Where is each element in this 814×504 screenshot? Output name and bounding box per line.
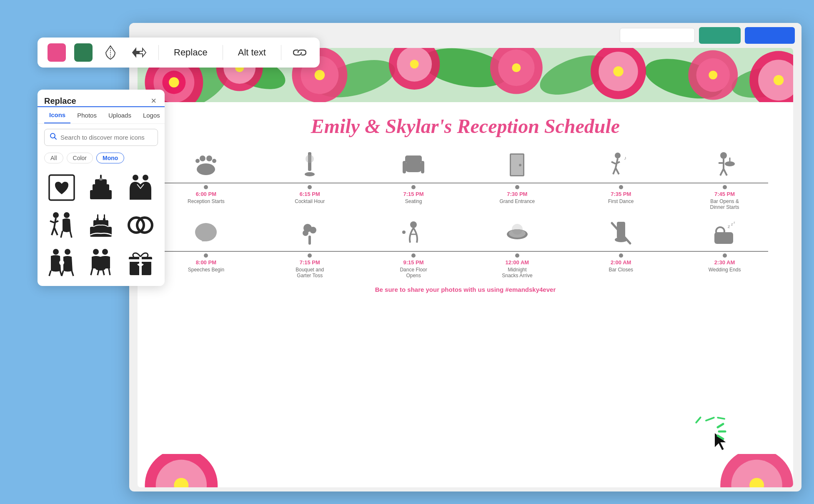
svg-point-119 bbox=[59, 260, 64, 265]
tab-logos[interactable]: Logos bbox=[138, 107, 165, 123]
replace-button[interactable]: Replace bbox=[167, 45, 214, 60]
svg-rect-44 bbox=[405, 155, 422, 163]
timeline-time: 7:45 PM bbox=[714, 191, 735, 197]
svg-point-32 bbox=[774, 75, 784, 85]
svg-line-134 bbox=[718, 424, 723, 427]
svg-line-121 bbox=[72, 271, 73, 276]
timeline-dot bbox=[515, 253, 519, 258]
svg-point-29 bbox=[512, 63, 521, 72]
icon-rings[interactable] bbox=[121, 207, 160, 243]
timeline-time: 7:35 PM bbox=[611, 191, 631, 197]
dance-icon: ♪ bbox=[606, 150, 636, 179]
filter-all-button[interactable]: All bbox=[44, 153, 63, 163]
icon-couple-3[interactable] bbox=[82, 244, 120, 281]
svg-point-68 bbox=[410, 221, 417, 228]
timeline-dot bbox=[411, 253, 416, 258]
svg-text:z: z bbox=[731, 222, 733, 226]
svg-point-37 bbox=[197, 163, 215, 175]
svg-line-53 bbox=[616, 168, 619, 174]
timeline-item: 7:45 PM Bar Opens &Dinner Starts bbox=[698, 150, 752, 210]
color-swatch-pink[interactable] bbox=[48, 43, 66, 62]
filter-color-button[interactable]: Color bbox=[67, 153, 93, 163]
timeline-time: 12:00 AM bbox=[506, 259, 529, 266]
svg-point-62 bbox=[195, 223, 217, 241]
svg-line-120 bbox=[62, 271, 63, 276]
timeline-label: Wedding Ends bbox=[709, 267, 741, 273]
cocktail-icon bbox=[295, 150, 324, 179]
dancefloor-icon bbox=[399, 218, 428, 248]
svg-text:z: z bbox=[728, 224, 730, 229]
svg-point-25 bbox=[169, 77, 179, 87]
search-input-wrap bbox=[44, 129, 158, 146]
timeline-time: 7:15 PM bbox=[300, 259, 320, 266]
floating-toolbar: Replace Alt text bbox=[38, 38, 320, 68]
svg-point-66 bbox=[303, 230, 308, 236]
tab-photos[interactable]: Photos bbox=[72, 107, 102, 123]
svg-line-100 bbox=[50, 221, 54, 223]
bottom-flowers bbox=[138, 454, 793, 487]
icon-couple-2[interactable] bbox=[43, 244, 81, 281]
timeline-item: 7:15 PM Bouquet andGarter Toss bbox=[283, 218, 337, 278]
timeline-item: 6:00 PM Reception Starts bbox=[179, 150, 233, 204]
tab-uploads[interactable]: Uploads bbox=[103, 107, 136, 123]
timeline-item: 7:15 PM Seating bbox=[386, 150, 441, 204]
flip-icon-button[interactable] bbox=[128, 45, 150, 60]
timeline-dot bbox=[411, 185, 416, 189]
timeline-item: ♪ 7:35 PM First Dance bbox=[594, 150, 648, 204]
svg-rect-41 bbox=[404, 162, 423, 172]
snacks-icon bbox=[503, 218, 532, 248]
svg-point-123 bbox=[102, 249, 108, 255]
link-button[interactable] bbox=[290, 46, 310, 59]
tab-icons[interactable]: Icons bbox=[44, 107, 70, 123]
browser-btn-blue[interactable] bbox=[745, 27, 795, 44]
timeline-time: 7:15 PM bbox=[403, 191, 423, 197]
replace-panel-header: Replace × bbox=[38, 90, 165, 107]
timeline-dot bbox=[204, 253, 208, 258]
svg-line-105 bbox=[61, 231, 63, 238]
svg-point-70 bbox=[402, 231, 406, 234]
opacity-icon-button[interactable] bbox=[101, 43, 120, 62]
svg-point-118 bbox=[65, 249, 70, 255]
svg-line-135 bbox=[718, 436, 723, 439]
svg-point-73 bbox=[512, 224, 523, 235]
seating-icon bbox=[399, 150, 428, 179]
replace-panel-close-button[interactable]: × bbox=[149, 95, 158, 106]
svg-point-33 bbox=[200, 155, 205, 161]
icon-bride-groom[interactable] bbox=[121, 169, 160, 206]
svg-text:z: z bbox=[734, 221, 735, 224]
timeline-label: Reception Starts bbox=[188, 198, 225, 204]
svg-point-28 bbox=[410, 60, 419, 68]
barcloses-icon bbox=[606, 218, 636, 248]
timeline-line-1 bbox=[163, 183, 768, 183]
timeline-label: Bar Closes bbox=[609, 267, 633, 273]
timeline-dot bbox=[723, 185, 727, 189]
svg-line-106 bbox=[70, 231, 72, 238]
icon-gift[interactable] bbox=[121, 244, 160, 281]
timeline-row-2: 8:00 PM Speeches Begin 7:15 PM Bouquet a… bbox=[138, 214, 793, 278]
svg-rect-42 bbox=[403, 161, 406, 173]
timeline-dot bbox=[619, 253, 623, 258]
svg-line-89 bbox=[55, 138, 57, 140]
timeline-label: Cocktail Hour bbox=[295, 198, 325, 204]
svg-point-97 bbox=[143, 175, 148, 181]
entrance-icon bbox=[503, 150, 532, 179]
color-swatch-teal[interactable] bbox=[74, 43, 93, 62]
svg-rect-107 bbox=[90, 227, 112, 237]
icon-couple[interactable] bbox=[43, 207, 81, 243]
filter-mono-button[interactable]: Mono bbox=[96, 153, 124, 163]
icon-wedding-cake[interactable] bbox=[82, 169, 120, 206]
timeline-dot bbox=[308, 253, 312, 258]
svg-rect-112 bbox=[104, 214, 105, 220]
svg-line-50 bbox=[611, 162, 616, 164]
timeline-item: 7:30 PM Grand Entrance bbox=[490, 150, 544, 204]
timeline-item: 9:15 PM Dance FloorOpens bbox=[386, 218, 441, 278]
svg-point-115 bbox=[53, 249, 59, 255]
timeline-label: First Dance bbox=[608, 198, 634, 204]
browser-btn-teal[interactable] bbox=[699, 27, 741, 44]
search-input[interactable] bbox=[60, 134, 153, 141]
icon-decorated-cake[interactable] bbox=[82, 207, 120, 243]
icon-heart-frame[interactable] bbox=[43, 169, 81, 206]
alt-text-button[interactable]: Alt text bbox=[231, 45, 273, 60]
svg-rect-111 bbox=[97, 214, 98, 220]
browser-url-bar[interactable] bbox=[620, 28, 695, 43]
